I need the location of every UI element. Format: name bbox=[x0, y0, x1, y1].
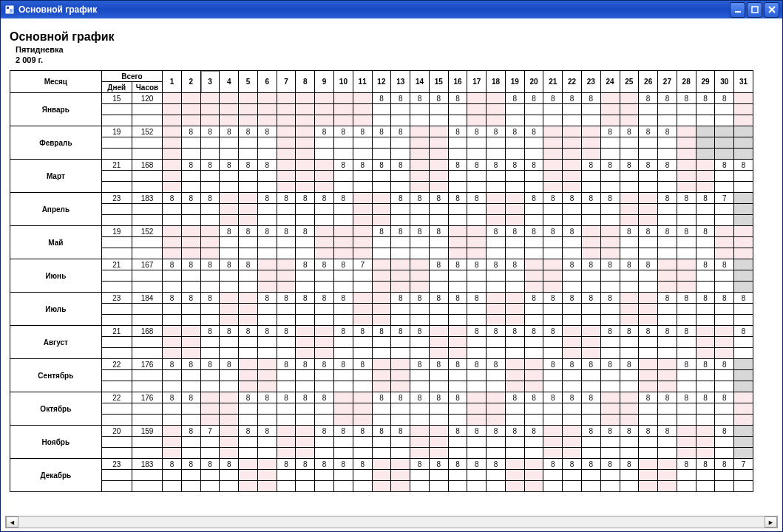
day-subcell[interactable] bbox=[487, 248, 506, 259]
day-subcell[interactable] bbox=[410, 304, 430, 315]
day-subcell[interactable] bbox=[239, 437, 258, 448]
month-hours-cell[interactable]: 168 bbox=[132, 326, 162, 337]
day-cell[interactable]: 8 bbox=[658, 326, 677, 337]
day-subcell[interactable] bbox=[505, 415, 524, 426]
day-subcell[interactable] bbox=[448, 237, 467, 248]
day-subcell[interactable] bbox=[639, 171, 658, 182]
day-cell[interactable]: 8 bbox=[200, 126, 220, 137]
day-subcell[interactable] bbox=[734, 470, 753, 481]
day-subcell[interactable] bbox=[543, 248, 563, 259]
day-cell[interactable]: 8 bbox=[334, 459, 353, 470]
day-subcell[interactable] bbox=[353, 304, 372, 315]
day-subcell[interactable] bbox=[163, 381, 182, 392]
day-subcell[interactable] bbox=[220, 248, 239, 259]
day-subcell[interactable] bbox=[163, 149, 182, 160]
day-cell[interactable] bbox=[581, 226, 600, 237]
day-subcell[interactable] bbox=[315, 270, 334, 282]
day-subcell[interactable] bbox=[524, 137, 543, 149]
day-subcell[interactable] bbox=[581, 403, 600, 415]
day-subcell[interactable] bbox=[715, 481, 734, 492]
day-subcell[interactable] bbox=[239, 370, 258, 381]
day-subcell[interactable] bbox=[429, 348, 448, 359]
day-subcell[interactable] bbox=[524, 381, 543, 392]
day-subcell[interactable] bbox=[277, 415, 296, 426]
day-subcell[interactable] bbox=[620, 470, 639, 481]
day-subcell[interactable] bbox=[543, 104, 563, 115]
day-subcell[interactable] bbox=[410, 370, 430, 381]
day-subcell[interactable] bbox=[448, 149, 467, 160]
day-cell[interactable] bbox=[696, 326, 715, 337]
day-subcell[interactable] bbox=[372, 370, 391, 381]
day-subcell[interactable] bbox=[620, 149, 639, 160]
day-subcell[interactable] bbox=[620, 215, 639, 226]
empty-cell[interactable] bbox=[132, 237, 162, 248]
day-subcell[interactable] bbox=[353, 348, 372, 359]
col-header-day[interactable]: 30 bbox=[715, 71, 734, 93]
day-subcell[interactable] bbox=[505, 481, 524, 492]
day-cell[interactable]: 8 bbox=[163, 359, 182, 370]
day-subcell[interactable] bbox=[505, 182, 524, 193]
day-subcell[interactable] bbox=[334, 104, 353, 115]
day-subcell[interactable] bbox=[620, 381, 639, 392]
day-subcell[interactable] bbox=[505, 104, 524, 115]
day-subcell[interactable] bbox=[181, 104, 200, 115]
day-subcell[interactable] bbox=[734, 348, 753, 359]
day-subcell[interactable] bbox=[410, 415, 430, 426]
day-subcell[interactable] bbox=[715, 237, 734, 248]
day-subcell[interactable] bbox=[239, 415, 258, 426]
day-cell[interactable]: 8 bbox=[505, 93, 524, 104]
day-subcell[interactable] bbox=[467, 149, 487, 160]
day-subcell[interactable] bbox=[467, 370, 487, 381]
day-subcell[interactable] bbox=[524, 171, 543, 182]
day-cell[interactable] bbox=[200, 93, 220, 104]
col-header-day[interactable]: 3 bbox=[200, 71, 220, 93]
day-subcell[interactable] bbox=[658, 448, 677, 459]
empty-cell[interactable] bbox=[101, 137, 132, 149]
day-subcell[interactable] bbox=[334, 470, 353, 481]
day-subcell[interactable] bbox=[600, 215, 620, 226]
day-subcell[interactable] bbox=[391, 237, 410, 248]
day-subcell[interactable] bbox=[277, 171, 296, 182]
day-cell[interactable]: 8 bbox=[620, 359, 639, 370]
day-subcell[interactable] bbox=[658, 403, 677, 415]
day-cell[interactable]: 8 bbox=[181, 259, 200, 270]
day-subcell[interactable] bbox=[296, 315, 315, 326]
day-subcell[interactable] bbox=[163, 437, 182, 448]
day-subcell[interactable] bbox=[334, 481, 353, 492]
day-cell[interactable]: 7 bbox=[734, 459, 753, 470]
day-subcell[interactable] bbox=[200, 381, 220, 392]
day-subcell[interactable] bbox=[715, 315, 734, 326]
day-cell[interactable] bbox=[639, 359, 658, 370]
day-cell[interactable] bbox=[487, 93, 506, 104]
day-cell[interactable] bbox=[620, 193, 639, 204]
day-subcell[interactable] bbox=[353, 282, 372, 293]
day-cell[interactable] bbox=[620, 392, 639, 403]
day-subcell[interactable] bbox=[429, 270, 448, 282]
day-subcell[interactable] bbox=[715, 337, 734, 348]
day-cell[interactable] bbox=[315, 226, 334, 237]
day-cell[interactable]: 8 bbox=[715, 459, 734, 470]
day-subcell[interactable] bbox=[734, 315, 753, 326]
day-subcell[interactable] bbox=[639, 115, 658, 126]
day-subcell[interactable] bbox=[543, 204, 563, 215]
day-subcell[interactable] bbox=[429, 415, 448, 426]
day-subcell[interactable] bbox=[505, 348, 524, 359]
empty-cell[interactable] bbox=[132, 304, 162, 315]
day-subcell[interactable] bbox=[600, 403, 620, 415]
day-subcell[interactable] bbox=[181, 171, 200, 182]
day-cell[interactable]: 8 bbox=[620, 326, 639, 337]
day-subcell[interactable] bbox=[257, 370, 277, 381]
day-subcell[interactable] bbox=[639, 315, 658, 326]
day-subcell[interactable] bbox=[429, 448, 448, 459]
month-hours-cell[interactable]: 168 bbox=[132, 160, 162, 171]
col-header-day[interactable]: 13 bbox=[391, 71, 410, 93]
day-subcell[interactable] bbox=[505, 381, 524, 392]
day-cell[interactable]: 8 bbox=[563, 293, 582, 304]
day-subcell[interactable] bbox=[296, 348, 315, 359]
day-subcell[interactable] bbox=[467, 282, 487, 293]
day-cell[interactable]: 8 bbox=[277, 193, 296, 204]
day-subcell[interactable] bbox=[563, 470, 582, 481]
day-cell[interactable]: 8 bbox=[524, 392, 543, 403]
day-subcell[interactable] bbox=[639, 104, 658, 115]
day-cell[interactable] bbox=[715, 226, 734, 237]
